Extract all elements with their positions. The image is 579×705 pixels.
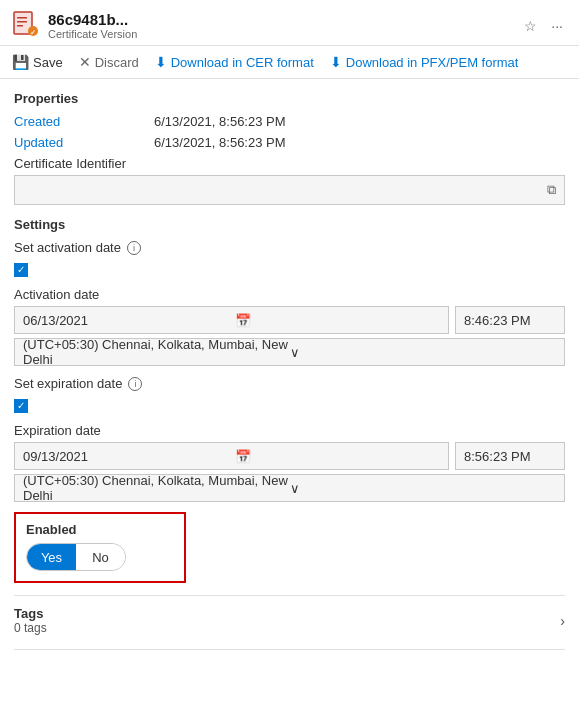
set-expiration-label: Set expiration date <box>14 376 122 391</box>
activation-time-value: 8:46:23 PM <box>464 313 531 328</box>
tags-row[interactable]: Tags 0 tags › <box>14 606 565 635</box>
save-button[interactable]: 💾 Save <box>12 52 63 72</box>
activation-chevron-icon: ∨ <box>290 345 557 360</box>
tags-info: Tags 0 tags <box>14 606 560 635</box>
activation-date-input[interactable]: 06/13/2021 📅 <box>14 306 449 334</box>
expiration-time-value: 8:56:23 PM <box>464 449 531 464</box>
enabled-no-button[interactable]: No <box>76 544 125 570</box>
cert-identifier-input[interactable] <box>23 183 547 198</box>
activation-calendar-icon[interactable]: 📅 <box>235 313 441 328</box>
enabled-yes-button[interactable]: Yes <box>27 544 76 570</box>
activation-checkbox[interactable] <box>14 263 28 277</box>
header-actions: ☆ ··· <box>520 16 567 36</box>
expiration-date-row: 09/13/2021 📅 8:56:23 PM <box>14 442 565 470</box>
download-cer-icon: ⬇ <box>155 54 167 70</box>
enabled-section: Enabled Yes No <box>14 512 186 583</box>
download-cer-button[interactable]: ⬇ Download in CER format <box>155 52 314 72</box>
page-subtitle: Certificate Version <box>48 28 512 40</box>
cert-icon: ✓ <box>12 10 40 41</box>
more-button[interactable]: ··· <box>547 16 567 36</box>
tags-section: Tags 0 tags › <box>14 595 565 645</box>
expiration-date-label: Expiration date <box>14 423 565 438</box>
created-label: Created <box>14 114 154 129</box>
activation-date-row: 06/13/2021 📅 8:46:23 PM <box>14 306 565 334</box>
svg-rect-2 <box>17 17 27 19</box>
activation-date-value: 06/13/2021 <box>23 313 229 328</box>
pin-button[interactable]: ☆ <box>520 16 541 36</box>
set-expiration-row: Set expiration date i <box>14 376 565 391</box>
expiration-calendar-icon[interactable]: 📅 <box>235 449 441 464</box>
header-title-group: 86c9481b... Certificate Version <box>48 11 512 40</box>
tags-count: 0 tags <box>14 621 560 635</box>
page-title: 86c9481b... <box>48 11 512 28</box>
save-icon: 💾 <box>12 54 29 70</box>
tags-chevron-right-icon: › <box>560 613 565 629</box>
bottom-divider <box>14 649 565 650</box>
page-header: ✓ 86c9481b... Certificate Version ☆ ··· <box>0 0 579 46</box>
ellipsis-icon: ··· <box>551 18 563 34</box>
expiration-timezone-dropdown[interactable]: (UTC+05:30) Chennai, Kolkata, Mumbai, Ne… <box>14 474 565 502</box>
set-activation-row: Set activation date i <box>14 240 565 255</box>
tags-title: Tags <box>14 606 560 621</box>
expiration-date-input[interactable]: 09/13/2021 📅 <box>14 442 449 470</box>
expiration-info-icon[interactable]: i <box>128 377 142 391</box>
content-area: Properties Created 6/13/2021, 8:56:23 PM… <box>0 79 579 662</box>
cert-identifier-label: Certificate Identifier <box>14 156 565 171</box>
download-pfx-button[interactable]: ⬇ Download in PFX/PEM format <box>330 52 519 72</box>
enabled-toggle-group: Yes No <box>26 543 126 571</box>
activation-timezone-value: (UTC+05:30) Chennai, Kolkata, Mumbai, Ne… <box>23 337 290 367</box>
activation-info-icon[interactable]: i <box>127 241 141 255</box>
created-row: Created 6/13/2021, 8:56:23 PM <box>14 114 565 129</box>
expiration-chevron-icon: ∨ <box>290 481 557 496</box>
discard-button[interactable]: ✕ Discard <box>79 52 139 72</box>
discard-icon: ✕ <box>79 54 91 70</box>
enabled-label: Enabled <box>26 522 174 537</box>
expiration-time-input[interactable]: 8:56:23 PM <box>455 442 565 470</box>
settings-section-title: Settings <box>14 217 565 232</box>
download-pfx-icon: ⬇ <box>330 54 342 70</box>
svg-text:✓: ✓ <box>30 29 36 36</box>
cert-identifier-field: ⧉ <box>14 175 565 205</box>
activation-timezone-dropdown[interactable]: (UTC+05:30) Chennai, Kolkata, Mumbai, Ne… <box>14 338 565 366</box>
svg-rect-3 <box>17 21 27 23</box>
svg-rect-4 <box>17 25 23 27</box>
activation-date-label: Activation date <box>14 287 565 302</box>
copy-icon[interactable]: ⧉ <box>547 182 556 198</box>
set-activation-label: Set activation date <box>14 240 121 255</box>
activation-time-input[interactable]: 8:46:23 PM <box>455 306 565 334</box>
expiration-timezone-value: (UTC+05:30) Chennai, Kolkata, Mumbai, Ne… <box>23 473 290 503</box>
properties-section-title: Properties <box>14 91 565 106</box>
created-value: 6/13/2021, 8:56:23 PM <box>154 114 286 129</box>
expiration-date-value: 09/13/2021 <box>23 449 229 464</box>
toolbar: 💾 Save ✕ Discard ⬇ Download in CER forma… <box>0 46 579 79</box>
updated-row: Updated 6/13/2021, 8:56:23 PM <box>14 135 565 150</box>
updated-value: 6/13/2021, 8:56:23 PM <box>154 135 286 150</box>
pin-icon: ☆ <box>524 18 537 34</box>
updated-label: Updated <box>14 135 154 150</box>
expiration-checkbox[interactable] <box>14 399 28 413</box>
